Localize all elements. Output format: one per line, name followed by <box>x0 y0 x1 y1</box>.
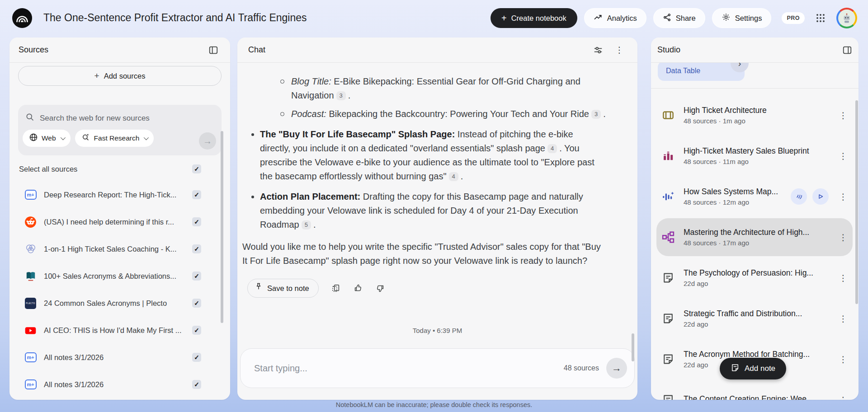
source-row[interactable]: 1-on-1 High Ticket Sales Coaching - K...… <box>9 235 230 262</box>
source-checkbox[interactable]: ✓ <box>192 299 201 308</box>
chat-panel: Chat ⋮ Blog Title: E-Bike Bikepacking: E… <box>237 37 637 400</box>
share-icon <box>663 13 671 23</box>
source-row[interactable]: (USA) I need help determining if this r.… <box>9 208 230 235</box>
studio-item[interactable]: How Sales Systems Map... 48 sources · 12… <box>651 176 859 217</box>
sources-list: m+ Deep Research Report: The High-Tick..… <box>9 181 230 398</box>
youtube-icon <box>24 324 37 337</box>
tune-settings-icon[interactable] <box>593 45 603 55</box>
note-source-icon: m+ <box>24 379 37 391</box>
chevron-down-icon <box>60 135 65 140</box>
source-checkbox[interactable]: ✓ <box>192 190 201 199</box>
chat-timestamp: Today • 6:39 PM <box>237 327 637 334</box>
citation-chip[interactable]: 4 <box>449 172 458 181</box>
citation-chip[interactable]: 4 <box>547 144 557 153</box>
create-notebook-button[interactable]: + Create notebook <box>491 8 577 28</box>
collapse-panel-icon[interactable] <box>208 45 218 55</box>
source-row[interactable]: m+ Deep Research Report: The High-Tick..… <box>9 181 230 208</box>
chat-input[interactable] <box>254 363 564 374</box>
studio-item[interactable]: High Ticket Architecture 48 sources · 1m… <box>651 95 859 136</box>
studio-item[interactable]: The Content Creation Engine: Wee... ⋮ <box>651 379 859 400</box>
item-more-menu-icon[interactable]: ⋮ <box>839 355 848 364</box>
source-checkbox[interactable]: ✓ <box>192 244 201 253</box>
note-icon <box>731 363 740 375</box>
web-source-dropdown[interactable]: Web <box>23 130 71 147</box>
bullet-item: Action Plan Placement: Drafting the copy… <box>247 190 606 232</box>
item-more-menu-icon[interactable]: ⋮ <box>839 274 848 282</box>
send-button[interactable]: → <box>606 358 627 379</box>
source-row[interactable]: m+ All notes 3/1/2026 ✓ <box>9 344 230 371</box>
add-note-button[interactable]: Add note <box>720 358 786 379</box>
citation-chip[interactable]: 3 <box>336 91 346 100</box>
research-mode-dropdown[interactable]: Fast Research <box>75 130 154 147</box>
avatar[interactable] <box>836 8 857 28</box>
closing-question: Would you like me to help you write the … <box>242 240 606 268</box>
studio-item-selected[interactable]: Mastering the Architecture of High... 48… <box>651 217 859 258</box>
collapse-panel-icon[interactable] <box>842 45 852 55</box>
chevron-down-icon <box>144 135 149 140</box>
add-sources-button[interactable]: + Add sources <box>18 66 222 86</box>
item-more-menu-icon[interactable]: ⋮ <box>839 192 848 201</box>
source-checkbox[interactable]: ✓ <box>192 353 201 362</box>
source-row[interactable]: 100+ Sales Acronyms & Abbreviations... ✓ <box>9 262 230 290</box>
source-checkbox[interactable]: ✓ <box>192 272 201 281</box>
chat-input-bar: 48 sources → <box>240 348 635 388</box>
thumbs-up-icon[interactable] <box>353 283 363 293</box>
item-more-menu-icon[interactable]: ⋮ <box>839 233 848 242</box>
studio-item[interactable]: Strategic Traffic and Distribution... 22… <box>651 298 859 339</box>
source-row[interactable]: m+ All notes 3/1/2026 ✓ <box>9 371 230 398</box>
item-more-menu-icon[interactable]: ⋮ <box>839 396 848 400</box>
item-more-menu-icon[interactable]: ⋮ <box>839 111 848 120</box>
research-sparkle-icon <box>81 133 90 144</box>
chat-more-menu-icon[interactable]: ⋮ <box>615 46 624 54</box>
note-icon <box>661 393 675 400</box>
globe-icon <box>29 133 38 144</box>
play-button[interactable] <box>812 188 829 205</box>
source-row[interactable]: PLECTO 24 Common Sales Acronyms | Plecto… <box>9 290 230 317</box>
save-to-note-button[interactable]: Save to note <box>247 279 319 298</box>
source-checkbox[interactable]: ✓ <box>192 326 201 335</box>
analytics-button[interactable]: Analytics <box>584 8 646 28</box>
chat-scrollbar[interactable] <box>632 333 634 361</box>
source-checkbox[interactable]: ✓ <box>192 380 201 389</box>
sub-bullet-item: Podcast: Bikepacking the Backcountry: Po… <box>278 107 606 121</box>
copy-icon[interactable] <box>331 283 341 293</box>
interactive-mode-button[interactable] <box>791 188 807 205</box>
citation-chip[interactable]: 3 <box>591 110 601 119</box>
plus-icon: + <box>501 13 507 23</box>
source-checkbox[interactable]: ✓ <box>192 217 201 226</box>
item-more-menu-icon[interactable]: ⋮ <box>839 314 848 323</box>
note-icon <box>661 312 675 325</box>
note-icon <box>661 272 675 284</box>
notebooklm-logo-icon[interactable] <box>12 8 33 28</box>
studio-item[interactable]: High-Ticket Mastery Sales Blueprint 48 s… <box>651 136 859 176</box>
trending-up-icon <box>594 13 603 23</box>
search-submit-button[interactable]: → <box>199 132 216 150</box>
studio-item[interactable]: The Psychology of Persuasion: Hig... 22d… <box>651 258 859 298</box>
note-source-icon: m+ <box>24 189 37 201</box>
robot-avatar-image <box>840 12 853 24</box>
sources-panel-title: Sources <box>19 45 48 55</box>
settings-button[interactable]: Settings <box>712 8 772 28</box>
select-all-sources-row: Select all sources ✓ <box>19 164 201 173</box>
apps-grid-icon[interactable] <box>811 9 830 27</box>
web-search-card: Search the web for new sources Web Fast … <box>18 105 222 155</box>
bullet-item: The "Buy It For Life Basecamp" Splash Pa… <box>247 127 606 183</box>
notebook-title[interactable]: The One-Sentence Profit Extractor and AI… <box>43 12 307 24</box>
pro-badge: PRO <box>782 12 805 24</box>
source-row[interactable]: AI CEO: THIS is How I'd Make My First ..… <box>9 317 230 344</box>
search-placeholder: Search the web for new sources <box>40 114 150 123</box>
item-more-menu-icon[interactable]: ⋮ <box>839 152 848 160</box>
citation-chip[interactable]: 5 <box>302 220 311 229</box>
share-button[interactable]: Share <box>653 8 705 28</box>
infographic-icon <box>661 150 675 162</box>
thumbs-down-icon[interactable] <box>375 283 385 293</box>
note-source-icon: m+ <box>24 351 37 364</box>
message-actions: Save to note <box>247 279 606 298</box>
studio-panel: Studio Data Table › High Ticket Architec… <box>651 37 859 400</box>
search-input[interactable]: Search the web for new sources <box>18 105 222 124</box>
sources-scrollbar[interactable] <box>221 131 223 323</box>
note-icon <box>661 353 675 365</box>
select-all-checkbox[interactable]: ✓ <box>192 164 201 173</box>
studio-scrollbar[interactable] <box>855 100 858 304</box>
reddit-icon <box>24 216 37 228</box>
